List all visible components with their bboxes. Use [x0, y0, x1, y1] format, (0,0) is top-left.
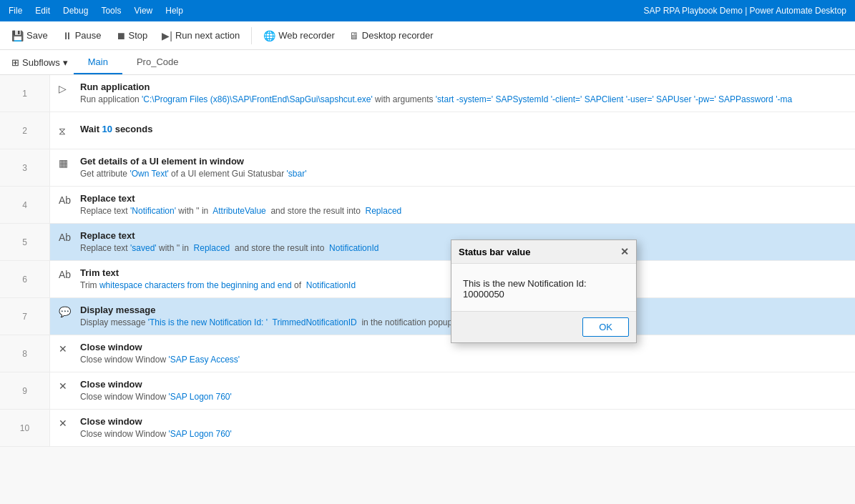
- menu-edit[interactable]: Edit: [35, 6, 50, 16]
- title-bar: File Edit Debug Tools View Help SAP RPA …: [0, 0, 855, 21]
- menu-file[interactable]: File: [9, 6, 22, 16]
- row-number: 6: [0, 261, 50, 297]
- run-next-icon: ▶|: [162, 30, 172, 41]
- subflows-icon: ⊞: [11, 57, 19, 68]
- toolbar-divider: [251, 27, 252, 44]
- table-row: 1 ▷ Run application Run application 'C:\…: [0, 75, 855, 112]
- desktop-recorder-button[interactable]: 🖥 Desktop recorder: [343, 27, 439, 44]
- row-number: 2: [0, 112, 50, 149]
- subflows-label-text: Subflows: [22, 57, 60, 68]
- row-number: 8: [0, 335, 50, 372]
- dialog-close-button[interactable]: ✕: [620, 246, 629, 257]
- replace-text-icon: Ab: [59, 193, 74, 206]
- stop-label: Stop: [129, 30, 148, 41]
- pause-icon: ⏸: [62, 30, 72, 41]
- row-content: ▦ Get details of a UI element in window …: [50, 149, 855, 186]
- row-content: ✕ Close window Close window Window 'SAP …: [50, 410, 855, 446]
- toolbar: 💾 Save ⏸ Pause ⏹ Stop ▶| Run next action…: [0, 21, 855, 50]
- dialog-body: This is the new Notification Id: 1000005…: [451, 264, 636, 311]
- app-title: SAP RPA Playbook Demo | Power Automate D…: [644, 6, 846, 16]
- action-title: Replace text: [80, 230, 378, 241]
- web-recorder-label: Web recorder: [278, 30, 335, 41]
- table-row: 10 ✕ Close window Close window Window 'S…: [0, 410, 855, 447]
- row-content: ▷ Run application Run application 'C:\Pr…: [50, 75, 855, 112]
- row-content: ⧖ Wait 10 seconds: [50, 112, 855, 149]
- close-window-icon: ✕: [59, 416, 74, 429]
- tab-procode[interactable]: Pro_Code: [122, 50, 193, 74]
- action-title: Wait 10 seconds: [80, 124, 152, 134]
- action-desc: Get attribute 'Own Text' of a UI element…: [80, 168, 306, 180]
- menu-tools[interactable]: Tools: [101, 6, 121, 16]
- dialog-footer: OK: [451, 311, 636, 342]
- action-title: Get details of a UI element in window: [80, 156, 306, 167]
- play-icon: ▷: [59, 81, 74, 94]
- close-window-icon: ✕: [59, 342, 74, 355]
- replace-text-icon: Ab: [59, 230, 74, 243]
- action-title: Close window: [80, 342, 240, 352]
- table-row: 6 Ab Trim text Trim whitespace character…: [0, 261, 855, 298]
- subflows-button[interactable]: ⊞ Subflows ▾: [6, 57, 74, 68]
- menu-help[interactable]: Help: [165, 6, 183, 16]
- desktop-recorder-label: Desktop recorder: [362, 30, 434, 41]
- stop-icon: ⏹: [116, 30, 126, 41]
- table-row: 7 💬 Display message Display message 'Thi…: [0, 298, 855, 335]
- message-icon: 💬: [59, 305, 74, 317]
- action-desc: Replace text 'saved' with '' in Replaced…: [80, 242, 378, 255]
- menu-debug[interactable]: Debug: [63, 6, 88, 16]
- trim-text-icon: Ab: [59, 267, 74, 280]
- table-row: 8 ✕ Close window Close window Window 'SA…: [0, 335, 855, 372]
- wait-icon: ⧖: [59, 124, 74, 137]
- row-content: Ab Replace text Replace text 'Notificati…: [50, 187, 855, 223]
- row-number: 10: [0, 410, 50, 446]
- dialog-ok-button[interactable]: OK: [582, 317, 629, 337]
- row-number: 1: [0, 75, 50, 112]
- ui-element-icon: ▦: [59, 156, 74, 169]
- row-number: 3: [0, 149, 50, 186]
- action-title: Replace text: [80, 193, 401, 204]
- action-desc: Trim whitespace characters from the begi…: [80, 280, 356, 292]
- pause-label: Pause: [75, 30, 102, 41]
- desktop-recorder-icon: 🖥: [349, 30, 359, 41]
- menu-view[interactable]: View: [134, 6, 152, 16]
- table-row: 9 ✕ Close window Close window Window 'SA…: [0, 372, 855, 410]
- menu-bar[interactable]: File Edit Debug Tools View Help: [9, 6, 183, 16]
- subflows-chevron-icon: ▾: [63, 57, 68, 68]
- flow-list: 1 ▷ Run application Run application 'C:\…: [0, 75, 855, 504]
- action-title: Close window: [80, 416, 232, 427]
- row-content: ✕ Close window Close window Window 'SAP …: [50, 372, 855, 409]
- row-number: 5: [0, 224, 50, 260]
- dialog-title: Status bar value: [459, 247, 530, 257]
- row-number: 4: [0, 187, 50, 223]
- close-window-icon: ✕: [59, 379, 74, 392]
- save-button[interactable]: 💾 Save: [6, 27, 54, 44]
- row-number: 9: [0, 372, 50, 409]
- main-content: 1 ▷ Run application Run application 'C:\…: [0, 75, 855, 504]
- tab-main-label: Main: [88, 56, 108, 67]
- stop-button[interactable]: ⏹ Stop: [110, 27, 154, 44]
- table-row: 4 Ab Replace text Replace text 'Notifica…: [0, 187, 855, 224]
- subflows-bar: ⊞ Subflows ▾ Main Pro_Code: [0, 50, 855, 75]
- action-desc: Replace text 'Notification' with '' in A…: [80, 205, 401, 217]
- dialog-title-bar: Status bar value ✕: [451, 240, 636, 264]
- run-next-label: Run next action: [175, 30, 240, 41]
- tabs-container: Main Pro_Code: [74, 50, 193, 74]
- tab-procode-label: Pro_Code: [137, 56, 179, 67]
- run-next-button[interactable]: ▶| Run next action: [156, 27, 245, 44]
- pause-button[interactable]: ⏸ Pause: [57, 27, 107, 44]
- web-recorder-button[interactable]: 🌐 Web recorder: [258, 27, 341, 44]
- action-desc: Close window Window 'SAP Easy Access': [80, 354, 240, 366]
- action-title: Close window: [80, 379, 232, 390]
- action-desc: Run application 'C:\Program Files (x86)\…: [80, 94, 792, 106]
- dialog-message: This is the new Notification Id: 1000005…: [463, 278, 587, 300]
- table-row: 2 ⧖ Wait 10 seconds: [0, 112, 855, 149]
- table-row: 3 ▦ Get details of a UI element in windo…: [0, 149, 855, 187]
- dialog-box: Status bar value ✕ This is the new Notif…: [451, 239, 637, 343]
- action-title: Trim text: [80, 267, 356, 278]
- action-desc: Close window Window 'SAP Logon 760': [80, 391, 232, 403]
- row-number: 7: [0, 298, 50, 335]
- table-row: 5 Ab Replace text Replace text 'saved' w…: [0, 224, 855, 261]
- tab-main[interactable]: Main: [74, 50, 122, 74]
- save-icon: 💾: [11, 30, 24, 41]
- save-label: Save: [26, 30, 48, 41]
- action-desc: Close window Window 'SAP Logon 760': [80, 428, 232, 440]
